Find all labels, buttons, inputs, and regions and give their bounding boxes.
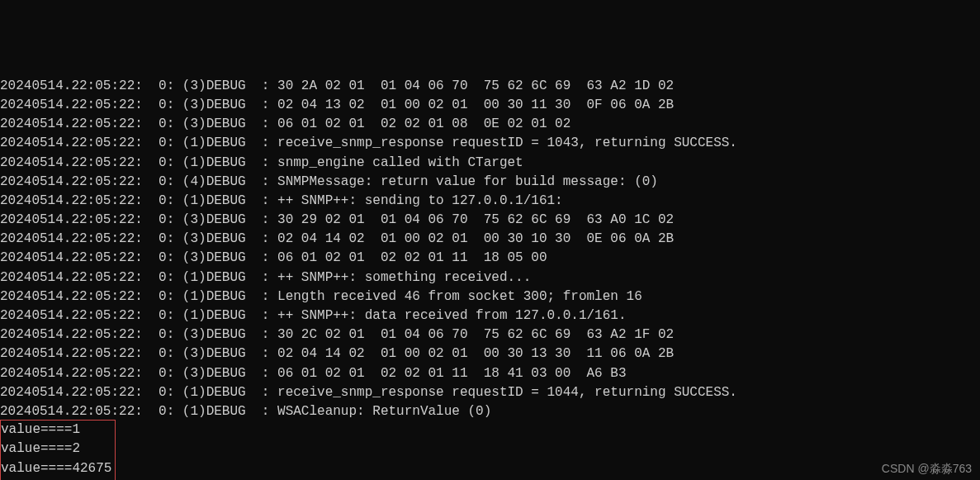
- log-line: 20240514.22:05:22: 0: (1)DEBUG : WSAClea…: [0, 402, 980, 421]
- value-line: value====2: [1, 440, 111, 459]
- log-line: 20240514.22:05:22: 0: (3)DEBUG : 02 04 1…: [0, 96, 980, 115]
- value-line: value====42675: [1, 459, 111, 478]
- value-line: value====1: [1, 421, 111, 440]
- log-line: 20240514.22:05:22: 0: (1)DEBUG : ++ SNMP…: [0, 192, 980, 211]
- log-line: 20240514.22:05:22: 0: (1)DEBUG : receive…: [0, 383, 980, 402]
- log-line: 20240514.22:05:22: 0: (3)DEBUG : 06 01 0…: [0, 249, 980, 268]
- log-line: 20240514.22:05:22: 0: (3)DEBUG : 02 04 1…: [0, 345, 980, 364]
- log-line: 20240514.22:05:22: 0: (4)DEBUG : SNMPMes…: [0, 173, 980, 192]
- console-output: 20240514.22:05:22: 0: (3)DEBUG : 30 2A 0…: [0, 77, 980, 480]
- log-section: 20240514.22:05:22: 0: (3)DEBUG : 30 2A 0…: [0, 77, 980, 421]
- log-line: 20240514.22:05:22: 0: (3)DEBUG : 30 29 0…: [0, 211, 980, 230]
- log-line: 20240514.22:05:22: 0: (3)DEBUG : 02 04 1…: [0, 230, 980, 249]
- value-highlight-box: value====1value====2value====42675: [0, 420, 116, 480]
- watermark: CSDN @淼淼763: [882, 460, 972, 477]
- log-line: 20240514.22:05:22: 0: (1)DEBUG : ++ SNMP…: [0, 269, 980, 288]
- log-line: 20240514.22:05:22: 0: (3)DEBUG : 06 01 0…: [0, 364, 980, 383]
- log-line: 20240514.22:05:22: 0: (3)DEBUG : 30 2A 0…: [0, 77, 980, 96]
- log-line: 20240514.22:05:22: 0: (3)DEBUG : 06 01 0…: [0, 115, 980, 134]
- log-line: 20240514.22:05:22: 0: (3)DEBUG : 30 2C 0…: [0, 326, 980, 345]
- log-line: 20240514.22:05:22: 0: (1)DEBUG : ++ SNMP…: [0, 307, 980, 326]
- log-line: 20240514.22:05:22: 0: (1)DEBUG : snmp_en…: [0, 154, 980, 173]
- log-line: 20240514.22:05:22: 0: (1)DEBUG : Length …: [0, 288, 980, 307]
- log-line: 20240514.22:05:22: 0: (1)DEBUG : receive…: [0, 134, 980, 153]
